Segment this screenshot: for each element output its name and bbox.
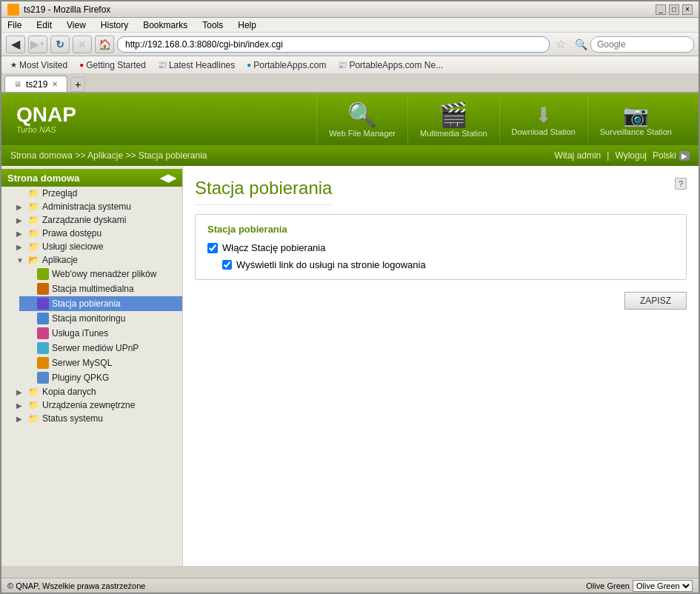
nav-multimedia-station[interactable]: 🎬 Multimedia Station (407, 95, 499, 144)
logout-link[interactable]: Wyloguj (615, 150, 647, 161)
sidebar-item-przeglad[interactable]: 📁 Przegląd (10, 187, 182, 200)
home-button[interactable]: 🏠 (95, 36, 114, 53)
theme-select[interactable]: Olive Green (633, 580, 693, 592)
new-tab-button[interactable]: + (70, 77, 85, 92)
forward-button[interactable]: ▶▼ (28, 36, 47, 53)
sidebar-item-urzadzenia[interactable]: ▶ 📁 Urządzenia zewnętrzne (10, 398, 182, 412)
dl-app-icon (37, 298, 49, 310)
sidebar-item-aplikacje[interactable]: ▼ 📂 Aplikacje (10, 253, 182, 267)
breadcrumb-separator: | (607, 150, 609, 161)
bookmark-getting-started[interactable]: ● Getting Started (76, 59, 149, 71)
tab-close-icon[interactable]: ✕ (52, 80, 58, 88)
tree-toggle-kopia: ▶ (16, 388, 25, 396)
bookmark-portableapps-ne[interactable]: 📰 PortableApps.com Ne... (335, 59, 446, 71)
bookmark-portableapps-ne-label: PortableApps.com Ne... (349, 60, 443, 70)
section-box: Stacja pobierania Włącz Stację pobierani… (195, 214, 687, 280)
show-link-checkbox[interactable] (222, 260, 232, 270)
nav-multimedia-station-label: Multimedia Station (420, 129, 487, 138)
sidebar-collapse-btn[interactable]: ◀▶ (160, 172, 176, 184)
folder-icon-zarzadzanie: 📁 (28, 215, 39, 225)
statusbar: © QNAP, Wszelkie prawa zastrzeżone Olive… (1, 578, 699, 593)
folder-icon-prawa: 📁 (28, 228, 39, 238)
sidebar-item-webmanager[interactable]: Web'owy menadżer plików (19, 267, 182, 281)
bookmark-getting-started-label: Getting Started (86, 60, 146, 70)
sidebar-item-zarzadzanie[interactable]: ▶ 📁 Zarządzanie dyskami (10, 213, 182, 227)
bookmark-star[interactable]: ☆ (556, 37, 566, 51)
main-layout: Strona domowa ◀▶ 📁 Przegląd ▶ 📁 Administ… (1, 166, 699, 566)
sidebar-item-kopia[interactable]: ▶ 📁 Kopia danych (10, 385, 182, 398)
close-btn[interactable]: × (682, 4, 693, 15)
sidebar-item-pobierania[interactable]: Stacja pobierania (19, 296, 182, 311)
tree-toggle-prawa: ▶ (16, 230, 25, 238)
sidebar-item-itunes[interactable]: Usługa iTunes (19, 326, 182, 341)
bookmark-most-visited-label: Most Visited (19, 60, 67, 70)
folder-icon-kopia: 📁 (28, 387, 39, 397)
maximize-btn[interactable]: □ (669, 4, 679, 15)
folder-icon-aplikacje-open: 📂 (28, 255, 39, 265)
portableapps-ne-icon: 📰 (338, 61, 347, 69)
back-button[interactable]: ◀ (6, 36, 25, 53)
browser-toolbar: ◀ ▶▼ ↻ ✕ 🏠 ☆ 🔍 (1, 33, 699, 56)
bookmark-latest-headlines[interactable]: 📰 Latest Headlines (155, 59, 238, 71)
page-title: Stacja pobierania (195, 178, 332, 205)
web-manager-app-icon (37, 268, 49, 280)
sidebar-item-mysql[interactable]: Serwer MySQL (19, 356, 182, 370)
menu-tools[interactable]: Tools (199, 19, 226, 32)
menu-view[interactable]: View (64, 19, 89, 32)
sidebar: Strona domowa ◀▶ 📁 Przegląd ▶ 📁 Administ… (1, 166, 183, 566)
sidebar-item-label: Status systemu (42, 413, 103, 424)
download-station-icon: ⬇ (535, 103, 552, 127)
sidebar-item-monitoring[interactable]: Stacja monitoringu (19, 311, 182, 326)
checkbox-row-1: Włącz Stację pobierania (207, 242, 674, 253)
sidebar-title: Strona domowa (7, 173, 80, 184)
browser-icon (7, 4, 19, 16)
help-icon[interactable]: ? (675, 178, 687, 190)
stop-button[interactable]: ✕ (73, 36, 92, 53)
bookmark-portableapps[interactable]: ● PortableApps.com (244, 59, 329, 71)
enable-station-checkbox[interactable] (207, 243, 218, 253)
menu-file[interactable]: File (4, 19, 24, 32)
url-bar[interactable] (117, 36, 550, 53)
bookmark-most-visited[interactable]: ★ Most Visited (7, 59, 70, 71)
sidebar-header: Strona domowa ◀▶ (1, 169, 182, 187)
nav-download-station-label: Download Station (512, 127, 576, 136)
reload-button[interactable]: ↻ (50, 36, 70, 53)
nav-web-file-manager-label: Web File Manager (329, 129, 396, 138)
menu-help[interactable]: Help (235, 19, 259, 32)
latest-headlines-icon: 📰 (158, 61, 167, 69)
save-button[interactable]: ZAPISZ (624, 292, 687, 310)
bookmarks-bar: ★ Most Visited ● Getting Started 📰 Lates… (1, 56, 699, 74)
menu-history[interactable]: History (98, 19, 131, 32)
tree-toggle-zarzadzanie: ▶ (16, 216, 25, 224)
breadcrumb: Strona domowa >> Aplikacje >> Stacja pob… (10, 150, 207, 161)
tab-ts219[interactable]: 🖥 ts219 ✕ (4, 76, 67, 92)
sidebar-item-administracja[interactable]: ▶ 📁 Administracja systemu (10, 200, 182, 213)
nav-surveillance-station[interactable]: 📷 Surveillance Station (587, 97, 684, 142)
sidebar-item-label: Urządzenia zewnętrzne (42, 400, 135, 410)
sidebar-item-status[interactable]: ▶ 📁 Status systemu (10, 412, 182, 425)
sidebar-item-label: Stacja multimedialna (52, 284, 134, 294)
browser-titlebar: ts219 - Mozilla Firefox _ □ × (1, 1, 699, 18)
tree-toggle-administracja: ▶ (16, 203, 25, 211)
nav-download-station[interactable]: ⬇ Download Station (499, 97, 587, 142)
language-selector[interactable]: Polski ▶ (653, 150, 690, 161)
sidebar-item-multimedia[interactable]: Stacja multimedialna (19, 281, 182, 296)
sidebar-item-uslugi[interactable]: ▶ 📁 Usługi sieciowe (10, 240, 182, 253)
minimize-btn[interactable]: _ (656, 4, 666, 15)
menu-edit[interactable]: Edit (33, 19, 55, 32)
multimedia-station-icon: 🎬 (439, 101, 468, 129)
search-input[interactable] (590, 36, 694, 53)
nav-web-file-manager[interactable]: 🔍 Web File Manager (316, 95, 407, 144)
bookmark-latest-headlines-label: Latest Headlines (169, 60, 235, 70)
sidebar-item-prawa[interactable]: ▶ 📁 Prawa dostępu (10, 227, 182, 240)
folder-icon-uslugi: 📁 (28, 241, 39, 252)
statusbar-text: © QNAP, Wszelkie prawa zastrzeżone (7, 581, 145, 590)
multimedia-app-icon (37, 283, 49, 295)
sidebar-item-aplikacje-label: Aplikacje (42, 255, 78, 265)
menu-bookmarks[interactable]: Bookmarks (140, 19, 190, 32)
sidebar-item-upnp[interactable]: Serwer mediów UPnP (19, 341, 182, 356)
sidebar-item-qpkg[interactable]: Pluginy QPKG (19, 370, 182, 385)
browser-title: ts219 - Mozilla Firefox (24, 4, 110, 15)
tabs-bar: 🖥 ts219 ✕ + (1, 74, 699, 93)
sidebar-item-pobierania-label: Stacja pobierania (52, 298, 121, 309)
